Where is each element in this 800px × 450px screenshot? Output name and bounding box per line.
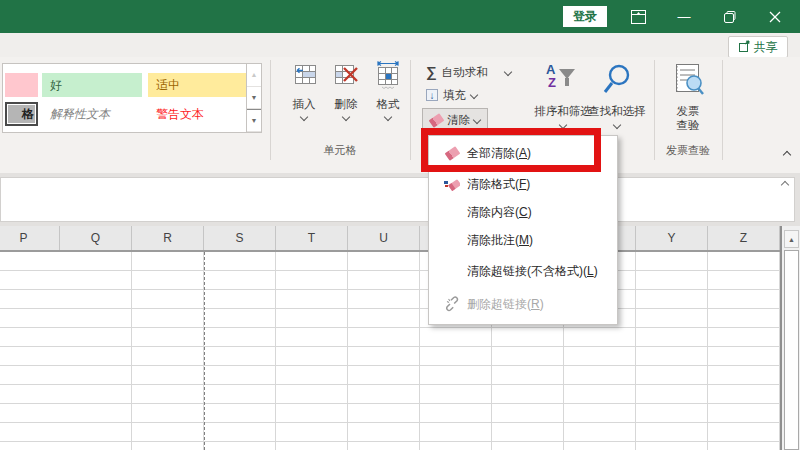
share-icon — [739, 40, 750, 55]
invoice-group-label: 发票查验 — [654, 143, 722, 157]
insert-label: 插入 — [293, 97, 316, 111]
menu-item-clear-hyperlinks[interactable]: 清除超链接(不含格式)(L) — [430, 257, 616, 285]
invoice-label-line1: 发票 — [677, 104, 700, 118]
autosum-label: 自动求和 — [442, 65, 488, 80]
chevron-down-icon — [613, 121, 621, 129]
eraser-icon — [429, 113, 445, 128]
style-cell-good[interactable]: 好 — [42, 73, 142, 97]
delete-cells-icon — [332, 63, 360, 97]
share-button[interactable]: 共享 — [728, 36, 788, 58]
group-separator — [722, 60, 723, 160]
menu-item-remove-hyperlinks: 删除超链接(R) — [430, 290, 616, 318]
tab-strip — [0, 33, 800, 57]
style-cell-bad[interactable] — [5, 73, 38, 97]
gallery-scroll-down-button[interactable]: ▼ — [247, 87, 261, 110]
gallery-scrollbar: ▲ ▼ ▼ — [246, 64, 261, 132]
chevron-down-icon — [503, 68, 511, 76]
invoice-check-button[interactable]: 发票 查验 — [658, 62, 718, 132]
chevron-up-icon — [781, 181, 789, 189]
fill-label: 填充 — [443, 88, 466, 103]
group-separator — [410, 60, 411, 160]
eraser-format-icon — [440, 177, 464, 191]
chevron-down-icon — [342, 113, 350, 121]
fill-down-icon: ↓ — [426, 89, 438, 101]
sort-filter-label: 排序和筛选 — [534, 104, 592, 118]
style-cell-explanatory[interactable]: 解释性文本 — [42, 102, 142, 126]
find-select-label: 查找和选择 — [588, 104, 646, 118]
column-header[interactable]: U — [348, 226, 420, 250]
sheet-grid[interactable] — [0, 252, 780, 450]
minimize-button[interactable]: — — [661, 0, 707, 33]
chevron-down-icon — [384, 113, 392, 121]
find-select-button[interactable]: 查找和选择 — [586, 62, 648, 128]
formula-bar[interactable] — [0, 177, 795, 222]
invoice-check-icon — [670, 62, 706, 104]
chevron-up-icon — [783, 151, 791, 159]
style-cell-check-selected[interactable]: 格 — [5, 102, 38, 126]
restore-button[interactable] — [707, 0, 753, 33]
column-header[interactable]: Z — [708, 226, 780, 250]
autosum-sigma-icon: ∑ — [426, 65, 437, 79]
column-header[interactable]: Y — [636, 226, 708, 250]
scrollbar-thumb[interactable] — [784, 250, 799, 450]
excel-window: 登录 — 共享 好 适中 格 解释性文本 警告文本 ▲ ▼ — [0, 0, 800, 450]
formula-bar-expand-button[interactable] — [776, 178, 794, 192]
column-header[interactable]: Q — [60, 226, 132, 250]
menu-item-clear-formats[interactable]: 清除格式(F) — [430, 170, 616, 198]
gallery-more-button[interactable]: ▼ — [247, 109, 261, 132]
minimize-icon: — — [678, 9, 691, 24]
annotation-rectangle — [421, 128, 601, 172]
chevron-down-icon — [470, 91, 478, 99]
page-break-line — [204, 252, 205, 450]
gallery-scroll-up-button[interactable]: ▲ — [247, 64, 261, 87]
column-header[interactable]: T — [276, 226, 348, 250]
find-select-icon — [600, 62, 634, 102]
column-headers: P Q R S T U V W X Y Z — [0, 226, 780, 252]
delete-cells-button[interactable]: 删除 — [326, 63, 366, 120]
delete-label: 删除 — [335, 97, 358, 111]
close-button[interactable] — [752, 0, 798, 33]
restore-icon — [724, 11, 736, 23]
clear-label: 清除 — [447, 113, 470, 128]
collapse-ribbon-button[interactable] — [778, 146, 796, 164]
column-header[interactable]: P — [0, 226, 60, 250]
cells-group-label: 单元格 — [270, 143, 410, 157]
ribbon-display-options-button[interactable] — [615, 0, 661, 33]
scroll-up-button[interactable]: ▲ — [784, 230, 799, 248]
broken-link-icon — [440, 296, 464, 312]
share-label: 共享 — [754, 39, 778, 56]
insert-cells-icon — [290, 63, 318, 97]
ribbon-display-options-icon — [631, 10, 646, 24]
format-cells-icon — [374, 60, 402, 97]
invoice-label-line2: 查验 — [677, 118, 700, 132]
sort-filter-icon: A Z — [546, 62, 580, 98]
close-icon — [769, 11, 781, 23]
autosum-button[interactable]: ∑ 自动求和 — [426, 62, 511, 82]
format-label: 格式 — [377, 97, 400, 111]
column-header[interactable]: R — [132, 226, 204, 250]
menu-item-clear-comments[interactable]: 清除批注(M) — [430, 226, 616, 254]
menu-item-clear-contents[interactable]: 清除内容(C) — [430, 198, 616, 226]
cell-styles-gallery: 好 适中 格 解释性文本 警告文本 ▲ ▼ ▼ — [2, 63, 262, 133]
fill-button[interactable]: ↓ 填充 — [426, 85, 477, 105]
insert-cells-button[interactable]: 插入 — [284, 63, 324, 120]
chevron-down-icon — [473, 116, 481, 124]
style-cell-neutral[interactable]: 适中 — [148, 73, 247, 97]
style-cell-warning[interactable]: 警告文本 — [148, 102, 247, 126]
column-header[interactable]: S — [204, 226, 276, 250]
chevron-down-icon — [300, 113, 308, 121]
sign-in-button[interactable]: 登录 — [563, 6, 607, 27]
format-cells-button[interactable]: 格式 — [368, 60, 408, 120]
